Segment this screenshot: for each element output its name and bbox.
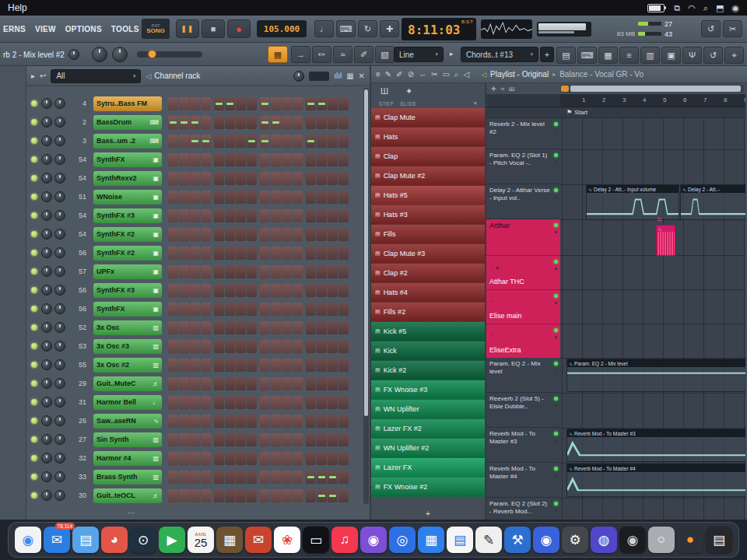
channel-volume-knob[interactable]	[54, 135, 65, 146]
step-cell[interactable]	[247, 265, 257, 278]
step-cell[interactable]	[179, 172, 189, 185]
playlist-clip[interactable]: ∿ Delay 2 - Att..- Input volume	[586, 184, 679, 220]
step-cell[interactable]	[168, 116, 178, 129]
channel-pan-knob[interactable]	[41, 210, 52, 221]
step-cell[interactable]	[282, 228, 292, 241]
step-label[interactable]: STEP	[379, 101, 394, 107]
step-cell[interactable]	[282, 153, 292, 166]
step-cell[interactable]	[225, 489, 235, 502]
step-cell[interactable]	[338, 396, 349, 409]
step-cell[interactable]	[236, 135, 246, 148]
oscilloscope-display[interactable]	[481, 19, 532, 39]
step-cell[interactable]	[271, 433, 281, 446]
step-cell[interactable]	[293, 377, 303, 390]
clip-header[interactable]: ∿ Param. EQ 2 - Mix level	[567, 359, 745, 367]
pattern-selector[interactable]: Chords..t #13 ▾	[461, 47, 538, 62]
step-cell[interactable]	[225, 97, 235, 110]
step-cell[interactable]	[282, 433, 292, 446]
step-cell[interactable]	[225, 321, 235, 334]
step-cell[interactable]	[317, 415, 327, 428]
step-cell[interactable]	[201, 321, 211, 334]
red-circle-app[interactable]: ◕	[101, 527, 128, 553]
step-sequencer[interactable]	[168, 97, 352, 110]
channel-volume-knob[interactable]	[54, 397, 65, 408]
step-cell[interactable]	[260, 415, 270, 428]
step-cell[interactable]	[260, 321, 270, 334]
step-cell[interactable]	[179, 97, 189, 110]
channel-mute-led[interactable]	[31, 380, 37, 387]
step-cell[interactable]	[214, 228, 224, 241]
pen-app[interactable]: ✎	[475, 527, 502, 553]
channel-mute-led[interactable]	[31, 455, 37, 461]
step-cell[interactable]	[214, 191, 224, 204]
channel-volume-knob[interactable]	[54, 285, 65, 296]
step-cell[interactable]	[236, 172, 246, 185]
globe-app[interactable]: ◉	[533, 527, 559, 553]
time-mode-label[interactable]: B:S:T	[461, 19, 473, 24]
step-cell[interactable]	[271, 396, 281, 409]
step-cell[interactable]	[260, 489, 270, 502]
step-cell[interactable]	[236, 265, 246, 278]
step-cell[interactable]	[190, 172, 200, 185]
channel-mute-led[interactable]	[31, 250, 37, 256]
step-cell[interactable]	[338, 284, 349, 297]
step-cell[interactable]	[328, 135, 338, 148]
step-cell[interactable]	[271, 97, 281, 110]
channel-volume-knob[interactable]	[54, 173, 65, 184]
channel-name-button[interactable]: SynthFX #3 ▣	[93, 283, 162, 298]
step-cell[interactable]	[214, 321, 224, 334]
step-cell[interactable]	[168, 433, 178, 446]
channel-mute-led[interactable]	[31, 287, 37, 293]
step-cell[interactable]	[328, 452, 338, 465]
step-cell[interactable]	[214, 340, 224, 353]
pattern-item[interactable]: ▤ Lazer FX #2	[371, 419, 485, 439]
channel-volume-knob[interactable]	[54, 471, 65, 482]
step-cell[interactable]	[271, 415, 281, 428]
calendar[interactable]: AUG 25	[188, 527, 214, 553]
step-cell[interactable]	[179, 415, 189, 428]
song-label[interactable]: SONG	[146, 28, 165, 34]
step-cell[interactable]	[317, 116, 327, 129]
step-cell[interactable]	[306, 191, 316, 204]
step-cell[interactable]	[282, 284, 292, 297]
channel-volume-knob[interactable]	[54, 247, 65, 258]
step-cell[interactable]	[271, 153, 281, 166]
track-led[interactable]	[554, 328, 558, 332]
pause-button[interactable]: ❚❚	[176, 19, 199, 38]
sync-icon[interactable]: ↺	[701, 20, 721, 37]
playlist-track-header[interactable]: Reverb Mod - To Master #3	[486, 428, 560, 463]
menu-item[interactable]: TOOLS	[111, 25, 139, 33]
step-cell[interactable]	[282, 359, 292, 372]
step-cell[interactable]	[271, 321, 281, 334]
step-cell[interactable]	[338, 471, 349, 484]
playlist-track-header[interactable]: Param. EQ 2 - Mix level	[486, 358, 560, 393]
fl-studio[interactable]: ●	[677, 527, 703, 553]
step-cell[interactable]	[338, 172, 349, 185]
step-cell[interactable]	[317, 340, 327, 353]
pattern-item[interactable]: ▤ WN Uplifter	[371, 400, 485, 419]
zoom-tool-icon[interactable]: ⌕	[454, 70, 459, 79]
step-cell[interactable]	[179, 265, 189, 278]
pattern-item[interactable]: ▤ Kick	[371, 341, 485, 361]
menu-icon[interactable]: ≡	[376, 70, 381, 79]
camera-app[interactable]: ◉	[619, 527, 646, 553]
screen-recorder[interactable]: ▶	[159, 527, 185, 553]
channel-volume-knob[interactable]	[54, 341, 65, 352]
step-cell[interactable]	[214, 377, 224, 390]
step-cell[interactable]	[306, 471, 316, 484]
channel-volume-knob[interactable]	[54, 98, 65, 109]
step-cell[interactable]	[247, 396, 257, 409]
clip-header[interactable]: ∿	[657, 226, 675, 232]
pattern-item[interactable]: ▤ WN Uplifter #2	[371, 439, 485, 458]
step-cell[interactable]	[190, 396, 200, 409]
step-cell[interactable]	[338, 452, 349, 465]
step-cell[interactable]	[306, 116, 316, 129]
draw-tool-icon[interactable]: ✎	[385, 70, 391, 79]
step-cell[interactable]	[247, 340, 257, 353]
step-sequencer[interactable]	[168, 471, 352, 484]
step-cell[interactable]	[293, 209, 303, 222]
step-cell[interactable]	[328, 489, 338, 502]
patterns-tab-icon[interactable]: Ш	[381, 86, 388, 96]
channel-pan-knob[interactable]	[41, 397, 52, 408]
step-cell[interactable]	[338, 433, 349, 446]
